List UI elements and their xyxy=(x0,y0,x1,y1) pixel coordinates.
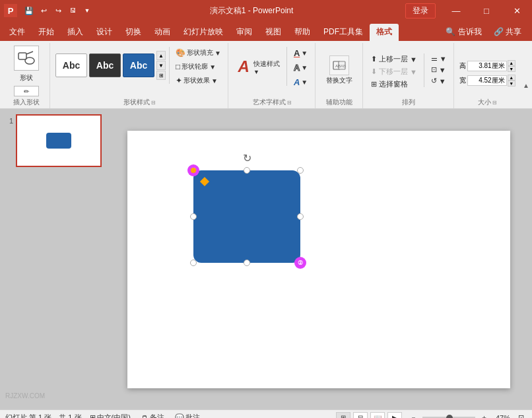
shape-style-label[interactable]: 形状样式 ⊟ xyxy=(55,98,224,107)
language-btn[interactable]: ⊞ 中文(中国) xyxy=(87,412,133,418)
outline-icon: □ xyxy=(176,62,180,71)
note-btn[interactable]: 🗒 备注 xyxy=(139,412,167,418)
zoom-level[interactable]: 47% xyxy=(493,413,513,419)
tab-home[interactable]: 开始 xyxy=(32,24,61,41)
tab-insert[interactable]: 插入 xyxy=(61,24,90,41)
login-button[interactable]: 登录 xyxy=(405,3,436,18)
comment-btn[interactable]: 💬 批注 xyxy=(172,412,203,418)
style-preset-2[interactable]: Abc xyxy=(89,53,121,77)
redo-quick-btn[interactable]: ↪ xyxy=(51,4,65,17)
handle-bm[interactable] xyxy=(244,260,250,266)
reading-view-btn[interactable]: 📖 xyxy=(370,412,385,419)
assist-group: AB AB 替换文字 辅助功能 xyxy=(317,43,363,108)
size-expand-icon: ⊟ xyxy=(492,100,497,106)
arrange-divider xyxy=(424,53,424,87)
rotate-btn[interactable]: ↺ ▼ xyxy=(428,76,449,86)
fill-icon: 🎨 xyxy=(176,48,185,57)
slide-thumbnail[interactable] xyxy=(16,114,102,167)
note-label: 备注 xyxy=(150,413,164,418)
width-row: 宽 ▲ ▼ xyxy=(459,75,515,87)
svg-text:AB: AB xyxy=(341,64,346,68)
svg-rect-0 xyxy=(18,53,26,59)
slide-canvas[interactable]: ↻ ① ② xyxy=(127,131,510,388)
tell-me-btn[interactable]: 🔍 告诉我 xyxy=(440,25,486,39)
assist-label[interactable]: 辅助功能 xyxy=(321,98,358,107)
arrange-label[interactable]: 排列 xyxy=(368,98,449,107)
scroll-up-btn[interactable]: ▲ xyxy=(156,51,166,60)
scroll-more-btn[interactable]: ⊞ xyxy=(156,71,166,80)
tab-view[interactable]: 视图 xyxy=(259,24,288,41)
tab-review[interactable]: 审阅 xyxy=(230,24,259,41)
insert-shape-label[interactable]: 插入形状 xyxy=(7,98,46,107)
handle-tr[interactable] xyxy=(297,167,304,174)
shape-fill-btn[interactable]: 🎨 形状填充 ▼ xyxy=(173,47,224,59)
style-preset-3[interactable]: Abc xyxy=(123,53,154,77)
point-marker-2: ② xyxy=(294,257,306,269)
zoom-in-btn[interactable]: ＋ xyxy=(478,412,490,418)
height-input[interactable] xyxy=(467,61,507,71)
title-bar-title: 演示文稿1 - PowerPoint xyxy=(98,5,405,17)
tab-help[interactable]: 帮助 xyxy=(288,24,317,41)
quick-style-btn[interactable]: A 快速样式 ▼ xyxy=(234,56,283,77)
group-btn[interactable]: ⊡ ▼ xyxy=(428,65,449,75)
shape-container[interactable]: ↻ ① ② xyxy=(193,170,300,263)
normal-view-btn[interactable]: ⊞ xyxy=(336,412,350,419)
insert-shape-content: 形状 ✏ xyxy=(11,44,42,96)
height-up-btn[interactable]: ▲ xyxy=(508,60,515,66)
size-group: 高 ▲ ▼ 宽 ▲ ▼ xyxy=(455,43,519,108)
width-down-btn[interactable]: ▼ xyxy=(508,81,515,87)
move-down-btn[interactable]: ⬇ 下移一层 ▼ xyxy=(368,66,420,77)
rotate-handle[interactable]: ↻ xyxy=(243,152,251,164)
align-btn[interactable]: ⚌ ▼ xyxy=(428,53,449,63)
scroll-down-btn[interactable]: ▼ xyxy=(156,61,166,70)
select-pane-icon: ⊞ xyxy=(371,80,377,88)
shape-effect-btn[interactable]: ✦ 形状效果 ▼ xyxy=(173,75,224,87)
rounded-rect-shape[interactable] xyxy=(193,170,300,263)
select-pane-btn[interactable]: ⊞ 选择窗格 xyxy=(368,79,420,90)
handle-mr[interactable] xyxy=(297,213,304,220)
fit-btn[interactable]: ⊡ xyxy=(515,413,527,418)
note-icon: 🗒 xyxy=(141,414,149,419)
save-quick-btn[interactable]: 💾 xyxy=(22,4,36,17)
move-up-btn[interactable]: ⬆ 上移一层 ▼ xyxy=(368,53,420,65)
width-up-btn[interactable]: ▲ xyxy=(508,75,515,81)
maximize-button[interactable]: □ xyxy=(471,0,502,21)
title-bar-right: 登录 — □ ✕ xyxy=(405,0,532,21)
ribbon-collapse-btn[interactable]: ▲ xyxy=(523,82,529,89)
adjust-handle[interactable] xyxy=(200,176,209,186)
zoom-thumb[interactable] xyxy=(446,415,453,419)
tab-pdf[interactable]: PDF工具集 xyxy=(317,24,370,41)
tab-switch[interactable]: 切换 xyxy=(119,24,148,41)
close-button[interactable]: ✕ xyxy=(502,0,532,21)
slide-sorter-btn[interactable]: ⊟ xyxy=(353,412,368,419)
undo-quick-btn[interactable]: ↩ xyxy=(37,4,50,17)
tab-design[interactable]: 设计 xyxy=(90,24,119,41)
handle-bl[interactable] xyxy=(190,260,197,266)
replace-text-btn[interactable]: AB AB 替换文字 xyxy=(321,53,358,88)
outline-dropdown-icon: ▼ xyxy=(209,63,216,71)
size-label[interactable]: 大小 ⊟ xyxy=(459,98,515,107)
shape-button[interactable]: 形状 xyxy=(11,44,42,84)
print-quick-btn[interactable]: 🖫 xyxy=(66,4,79,17)
height-down-btn[interactable]: ▼ xyxy=(508,66,515,72)
text-outline-btn[interactable]: A ▼ xyxy=(291,61,310,74)
dropdown-quick-btn[interactable]: ▼ xyxy=(81,4,94,17)
slideshow-btn[interactable]: ▶ xyxy=(387,412,402,419)
group-icon: ⊡ xyxy=(431,65,437,74)
status-bar: 幻灯片 第 1 张，共 1 张 ⊞ 中文(中国) 🗒 备注 💬 批注 ⊞ ⊟ 📖… xyxy=(0,409,532,418)
zoom-out-btn[interactable]: － xyxy=(407,412,420,418)
shape-outline-btn[interactable]: □ 形状轮廓 ▼ xyxy=(173,61,224,73)
tab-file[interactable]: 文件 xyxy=(3,24,32,41)
style-preset-1[interactable]: Abc xyxy=(55,53,87,77)
tab-slideshow[interactable]: 幻灯片放映 xyxy=(177,24,230,41)
text-fill-btn[interactable]: A ▼ xyxy=(291,47,310,59)
art-text-label[interactable]: 艺术字样式 ⊟ xyxy=(234,98,311,107)
minimize-button[interactable]: — xyxy=(441,0,471,21)
text-effect-btn[interactable]: A ▼ xyxy=(291,76,310,88)
tab-format[interactable]: 格式 xyxy=(370,24,399,41)
share-btn[interactable]: 🔗 共享 xyxy=(488,25,527,39)
width-input[interactable] xyxy=(467,75,507,86)
handle-tm[interactable] xyxy=(244,167,250,174)
tab-animation[interactable]: 动画 xyxy=(148,24,177,41)
handle-ml[interactable] xyxy=(190,213,197,220)
